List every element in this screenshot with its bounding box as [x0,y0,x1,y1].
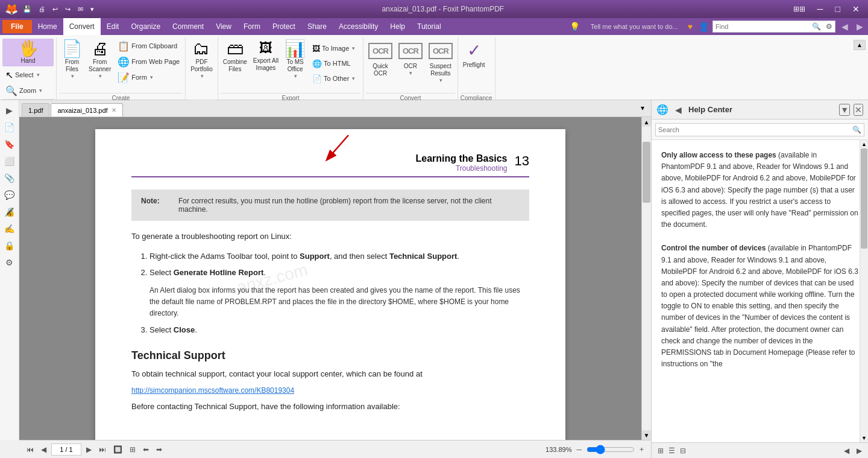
menu-organize[interactable]: Organize [125,18,166,35]
tab-anxaizai-close-btn[interactable]: ✕ [112,107,116,113]
menu-comment[interactable]: Comment [166,18,210,35]
help-search-field[interactable]: Tell me what you want to do... [587,22,682,31]
pages-tool-btn[interactable]: 📄 [2,119,17,135]
menu-share[interactable]: Share [301,18,333,35]
hand-tool-btn[interactable]: 🖐 Hand [2,39,54,66]
redo-qat-btn[interactable]: ↪ [63,4,73,14]
page-nav2-btn[interactable]: ➡ [154,444,165,455]
find-search-btn[interactable]: 🔍 [810,22,823,31]
page-nav1-btn[interactable]: ⬅ [140,444,151,455]
page-input[interactable] [51,444,81,456]
panel-scroll-up-btn[interactable]: ◀ [841,445,852,456]
tabs-scroll-btn[interactable]: ▾ [634,100,651,116]
to-html-btn[interactable]: 🌐 To HTML [309,56,360,71]
rpanel-scroll-track[interactable] [860,148,868,434]
doc-scroll-track[interactable] [642,127,651,430]
doc-scroll-down-btn[interactable]: ▼ [642,430,651,440]
select-label: Select [15,71,34,78]
rpanel-scroll-thumb[interactable] [861,148,867,249]
menu-edit[interactable]: Edit [101,18,125,35]
page-view2-btn[interactable]: ⊞ [127,444,138,455]
window-grid-icon[interactable]: ⊞⊞ [790,4,809,14]
right-panel-content[interactable]: Only allow access to these pages (availa… [652,140,868,442]
combine-files-btn[interactable]: 🗃 CombineFiles [221,39,250,75]
qat-dropdown-btn[interactable]: ▾ [88,4,96,14]
file-menu-btn[interactable]: File [2,20,32,33]
find-settings-btn[interactable]: ⚙ [823,22,835,31]
nav-prev-btn[interactable]: ◀ [39,444,49,455]
zoom-tool-btn[interactable]: 🔍 Zoom ▾ [2,83,54,98]
minimize-btn[interactable]: ─ [814,3,827,15]
right-panel-collapse-btn[interactable]: ▼ [839,104,850,116]
rpanel-scroll-down-btn[interactable]: ▼ [860,434,868,442]
panel-footer-list-btn[interactable]: ☰ [666,445,678,456]
panel-search-btn[interactable]: 🔍 [850,126,864,134]
panel-footer-grid-btn[interactable]: ⊞ [655,445,666,456]
rpanel-scroll-up-btn[interactable]: ▲ [860,140,868,148]
page-view1-btn[interactable]: 🔲 [111,444,125,455]
print-qat-btn[interactable]: 🖨 [36,4,48,14]
undo-qat-btn[interactable]: ↩ [50,4,60,14]
select-tool-btn[interactable]: ↖ Select ▾ [2,68,54,82]
panel-search-input[interactable] [656,126,850,133]
menu-protect[interactable]: Protect [266,18,301,35]
from-clipboard-btn[interactable]: 📋 From Clipboard [115,39,183,53]
nav-forward-btn[interactable]: ▶ [854,21,866,33]
panel-back-btn[interactable]: ◀ [672,103,685,116]
preflight-btn[interactable]: ✓ Preflight [461,39,488,71]
to-other-btn[interactable]: 📄 To Other ▾ [309,71,360,86]
menu-help[interactable]: Help [384,18,411,35]
form-btn[interactable]: 📝 Form ▾ [115,70,183,84]
menu-accessibility[interactable]: Accessibility [333,18,384,35]
export-all-images-btn[interactable]: 🖼 Export AllImages [251,39,281,74]
doc-link[interactable]: http://simcompanion.mscsoftware.com/KB80… [131,386,294,395]
to-ms-office-btn[interactable]: 📊 To MSOffice ▾ [282,39,308,86]
attachments-tool-btn[interactable]: 📎 [2,170,17,186]
panel-scroll-down-btn[interactable]: ▶ [854,445,864,456]
ribbon-collapse-btn[interactable]: ▲ [854,40,866,50]
pdf-portfolio-btn[interactable]: 🗂 PDFPortfolio ▾ [188,39,215,81]
menu-view[interactable]: View [210,18,237,35]
account-icon[interactable]: 👤 [699,22,709,31]
maximize-btn[interactable]: □ [832,3,844,15]
zoom-out-btn[interactable]: ─ [574,444,584,455]
bookmarks-tool-btn[interactable]: 🔖 [2,136,17,152]
sign-tool-btn[interactable]: ✍ [2,221,17,237]
menu-tutorial[interactable]: Tutorial [411,18,447,35]
menu-convert[interactable]: Convert [63,18,101,35]
nav-next-btn[interactable]: ▶ [84,444,94,455]
quick-ocr-btn[interactable]: OCR QuickOCR [366,39,395,79]
to-image-btn[interactable]: 🖼 To Image ▾ [309,41,360,56]
panel-footer-col-btn[interactable]: ⊟ [678,445,688,456]
zoom-in-btn[interactable]: + [637,444,646,455]
lock-tool-btn[interactable]: 🔒 [2,238,17,253]
doc-scroll-up-btn[interactable]: ▲ [642,117,651,127]
close-btn[interactable]: ✕ [849,3,863,15]
menu-form[interactable]: Form [237,18,266,35]
security-tool-btn[interactable]: 🔏 [2,204,17,220]
doc-scroll[interactable]: Learning the Basics Troubleshooting 13 N… [19,117,641,440]
right-panel-close-btn[interactable]: ✕ [854,104,863,116]
menu-home[interactable]: Home [32,18,63,35]
suspect-results-btn[interactable]: OCR SuspectResults ▾ [426,39,455,85]
doc-scroll-thumb[interactable] [643,142,650,203]
zoom-slider[interactable] [587,445,635,454]
find-search-input[interactable] [713,23,810,30]
ocr-btn[interactable]: OCR OCR ▾ [396,39,425,78]
layers-tool-btn[interactable]: ⬜ [2,153,17,169]
nav-first-btn[interactable]: ⏮ [24,444,36,455]
from-scanner-btn[interactable]: 🖨 FromScanner ▾ [86,39,113,81]
favorites-icon[interactable]: ♥ [685,21,695,33]
from-web-btn[interactable]: 🌐 From Web Page [115,54,183,69]
tab-1pdf[interactable]: 1.pdf [22,103,49,116]
save-qat-btn[interactable]: 💾 [20,4,34,14]
email-qat-btn[interactable]: ✉ [75,4,86,14]
from-files-btn[interactable]: 📄 FromFiles ▾ [59,39,85,81]
tab-anxaizai[interactable]: anxaizai_013.pdf ✕ [51,103,122,116]
nav-toggle-btn[interactable]: ▶ [2,103,17,118]
help-icon[interactable]: 💡 [566,21,583,33]
extra-tool-btn[interactable]: ⚙ [2,255,17,270]
nav-back-btn[interactable]: ◀ [839,21,851,33]
comments-tool-btn[interactable]: 💬 [2,187,17,203]
nav-last-btn[interactable]: ⏭ [96,444,108,455]
